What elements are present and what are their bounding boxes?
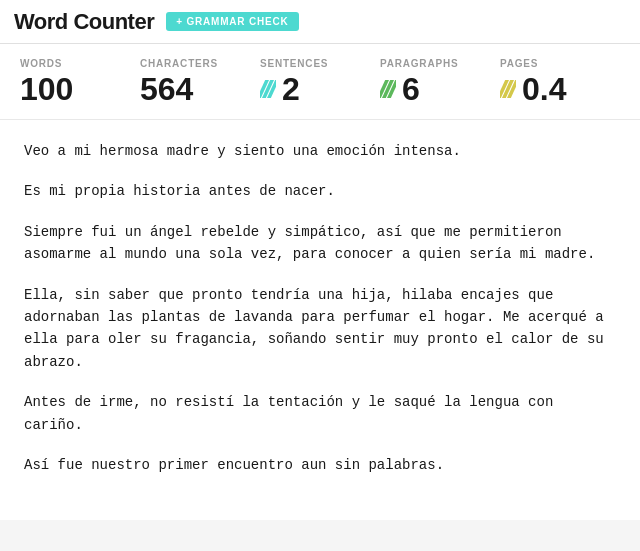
paragraph-2: Es mi propia historia antes de nacer. <box>24 180 616 202</box>
pages-icon <box>500 80 516 98</box>
paragraph-5: Antes de irme, no resistí la tentación y… <box>24 391 616 436</box>
app-title: Word Counter <box>14 9 154 35</box>
sentences-value: 2 <box>282 73 300 105</box>
grammar-check-button[interactable]: + GRAMMAR CHECK <box>166 12 298 31</box>
stat-paragraphs: PARAGRAPHS 6 <box>380 58 500 105</box>
stats-bar: WORDS 100 CHARACTERS 564 SENTENCES 2 PAR… <box>0 44 640 120</box>
pages-value: 0.4 <box>522 73 566 105</box>
sentences-label: SENTENCES <box>260 58 380 69</box>
stat-words: WORDS 100 <box>20 58 140 105</box>
paragraph-3: Siempre fui un ángel rebelde y simpático… <box>24 221 616 266</box>
content-area: Veo a mi hermosa madre y siento una emoc… <box>0 120 640 520</box>
paragraphs-value: 6 <box>402 73 420 105</box>
paragraph-6: Así fue nuestro primer encuentro aun sin… <box>24 454 616 476</box>
words-value: 100 <box>20 73 73 105</box>
stat-sentences: SENTENCES 2 <box>260 58 380 105</box>
stat-pages: PAGES 0.4 <box>500 58 620 105</box>
app-header: Word Counter + GRAMMAR CHECK <box>0 0 640 44</box>
pages-label: PAGES <box>500 58 620 69</box>
stat-characters: CHARACTERS 564 <box>140 58 260 105</box>
paragraphs-icon <box>380 80 396 98</box>
paragraphs-label: PARAGRAPHS <box>380 58 500 69</box>
characters-value: 564 <box>140 73 193 105</box>
characters-label: CHARACTERS <box>140 58 260 69</box>
paragraph-1: Veo a mi hermosa madre y siento una emoc… <box>24 140 616 162</box>
sentences-icon <box>260 80 276 98</box>
words-label: WORDS <box>20 58 140 69</box>
paragraph-4: Ella, sin saber que pronto tendría una h… <box>24 284 616 374</box>
